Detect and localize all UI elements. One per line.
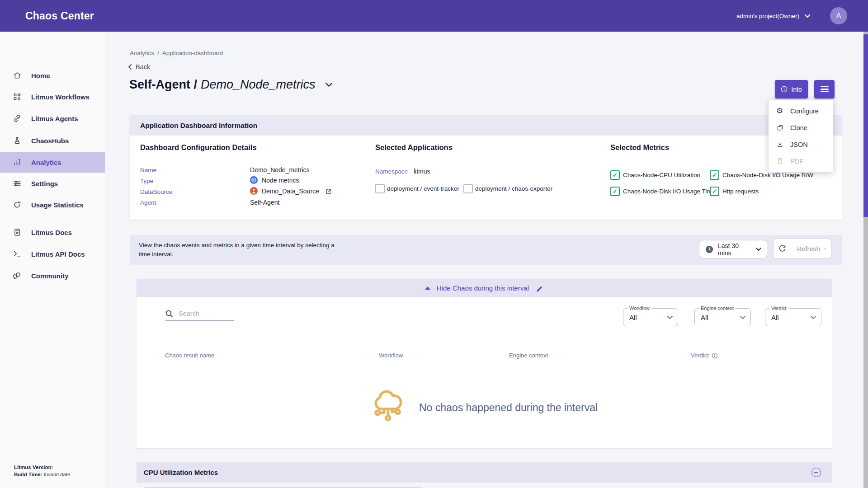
download-icon — [776, 141, 784, 148]
engine-context-filter-select[interactable]: Engine context All — [694, 308, 751, 326]
sidebar-item-community[interactable]: Community — [0, 265, 105, 286]
menu-item-pdf: PDF — [769, 153, 833, 169]
sidebar-item-litmus-docs[interactable]: Litmus Docs — [0, 222, 105, 243]
column-verdict: Verdict — [691, 352, 718, 359]
datasource-label: DataSource — [140, 188, 172, 195]
document-icon — [13, 228, 22, 237]
interval-description: View the chaos events and metrics in a g… — [139, 241, 342, 259]
chevron-down-icon — [805, 14, 810, 18]
collapse-minus-icon[interactable] — [811, 468, 821, 477]
checkbox-http-requests[interactable]: ✓ — [710, 187, 719, 196]
chevron-down-icon — [824, 247, 826, 250]
info-icon[interactable] — [712, 352, 718, 359]
back-button[interactable]: Back — [128, 63, 150, 70]
search-input[interactable] — [178, 310, 229, 318]
avatar[interactable]: A — [830, 7, 847, 24]
refresh-interval-select[interactable]: Refresh — [791, 239, 831, 259]
checkbox-label: Chaos-Node-Disk I/O Usage R/W — [722, 172, 813, 178]
scrollbar-thumb[interactable] — [863, 34, 868, 217]
app-header: Chaos Center admin's project(Owner) A — [0, 0, 868, 32]
column-chaos-result-name: Chaos result name — [165, 352, 214, 359]
menu-item-clone[interactable]: Clone — [769, 119, 833, 136]
name-value: Demo_Node_metrics — [250, 166, 310, 174]
sidebar-item-home[interactable]: Home — [0, 65, 105, 86]
checkbox-cpu-utilization[interactable]: ✓ — [610, 170, 620, 180]
search-field — [165, 307, 234, 321]
sidebar-item-litmus-api-docs[interactable]: Litmus API Docs — [0, 244, 105, 264]
hamburger-icon — [821, 86, 829, 87]
search-icon — [165, 310, 173, 318]
check-icon: ✓ — [712, 188, 717, 194]
breadcrumb-analytics[interactable]: Analytics — [130, 50, 154, 56]
edit-pencil-icon[interactable] — [536, 285, 543, 292]
breadcrumb-current: Application-dashboard — [162, 50, 223, 56]
configuration-section-title: Dashboard Configuration Details — [140, 143, 257, 152]
hide-chaos-toggle[interactable]: Hide Chaos during this interval — [137, 279, 832, 297]
applications-section-title: Selected Applications — [375, 143, 453, 152]
project-selector[interactable]: admin's project(Owner) — [736, 0, 810, 32]
table-header-divider — [137, 364, 832, 364]
time-range-select[interactable]: Last 30 mins — [699, 240, 767, 258]
filter-label: Verdict — [769, 305, 788, 311]
time-range-value: Last 30 mins — [718, 242, 751, 257]
chevron-down-icon — [811, 316, 816, 319]
menu-item-configure[interactable]: ⚙ Configure — [769, 103, 833, 119]
checkbox-disk-io-times[interactable]: ✓ — [610, 187, 620, 196]
cpu-utilization-section-header: CPU Utilization Metrics — [137, 462, 832, 483]
breadcrumb: Analytics / Application-dashboard — [130, 50, 223, 56]
filter-label: Engine context — [699, 305, 736, 311]
filter-value: All — [629, 314, 667, 321]
home-icon — [13, 71, 22, 80]
sidebar-item-usage-statistics[interactable]: Usage Statistics — [0, 194, 105, 215]
refresh-button[interactable] — [773, 239, 792, 259]
terminal-icon — [13, 249, 22, 258]
workflow-filter-select[interactable]: Workflow All — [623, 308, 678, 326]
dashboard-menu-button[interactable] — [814, 80, 835, 99]
cpu-section-title: CPU Utilization Metrics — [144, 469, 811, 476]
sidebar-item-settings[interactable]: Settings — [0, 173, 105, 194]
column-workflow: Workflow — [379, 352, 403, 359]
checkbox-event-tracker[interactable]: ✓ — [375, 184, 385, 193]
empty-state: No chaos happened during the interval — [372, 389, 598, 424]
type-value: Node metrics — [250, 176, 299, 184]
dashboard-actions-menu: ⚙ Configure Clone JSON PDF — [769, 100, 833, 172]
check-icon: ✓ — [613, 172, 618, 178]
verdict-filter-select[interactable]: Verdict All — [765, 308, 821, 326]
filter-label: Workflow — [627, 305, 651, 311]
namespace-label: Namespace — [375, 168, 408, 175]
menu-item-json[interactable]: JSON — [769, 136, 833, 153]
name-label: Name — [140, 167, 156, 174]
triangle-up-icon — [425, 286, 430, 290]
sidebar-item-analytics[interactable]: Analytics — [0, 152, 105, 173]
build-time-label: Build Time: — [14, 472, 42, 477]
litmus-version-label: Litmus Version: — [14, 465, 53, 470]
metrics-section-title: Selected Metrics — [610, 143, 669, 152]
page-title: Self-Agent / Demo_Node_metrics — [129, 78, 332, 92]
breadcrumb-separator: / — [157, 50, 159, 56]
info-button[interactable]: Info — [775, 80, 808, 99]
checkbox-chaos-exporter[interactable]: ✓ — [463, 184, 473, 193]
agent-label: Agent — [140, 199, 156, 206]
sidebar-item-litmus-workflows[interactable]: Litmus Workflows — [0, 86, 105, 107]
chaos-table-card: Hide Chaos during this interval Workflow… — [137, 279, 832, 448]
chevron-down-icon — [667, 316, 673, 319]
build-time-value: Invalid date — [44, 472, 71, 477]
checkbox-label: Chaos-Node-Disk I/O Usage Times — [623, 188, 718, 195]
checkbox-label: Http requests — [722, 188, 759, 195]
workflows-icon — [13, 92, 22, 101]
sidebar-item-litmus-agents[interactable]: Litmus Agents — [0, 108, 105, 129]
external-link-icon[interactable] — [325, 188, 331, 194]
sidebar: Home Litmus Workflows Litmus Agents Chao… — [0, 32, 105, 488]
project-label: admin's project(Owner) — [736, 13, 799, 19]
type-label: Type — [140, 178, 153, 184]
checkbox-disk-io-rw[interactable]: ✓ — [710, 170, 719, 180]
title-dashboard: Demo_Node_metrics — [201, 78, 316, 92]
cloud-chaos-icon — [372, 389, 404, 424]
copy-icon — [776, 124, 784, 131]
table-header-row: Chaos result name Workflow Engine contex… — [137, 352, 832, 364]
title-chevron-down-icon[interactable] — [326, 83, 332, 87]
datasource-value: Demo_Data_Source — [250, 187, 331, 195]
sidebar-item-chaoshubs[interactable]: ChaosHubs — [0, 130, 105, 151]
application-dashboard-information-panel: Application Dashboard Information Dashbo… — [130, 115, 842, 220]
chaos-center-app: Chaos Center admin's project(Owner) A Ho… — [0, 0, 868, 488]
